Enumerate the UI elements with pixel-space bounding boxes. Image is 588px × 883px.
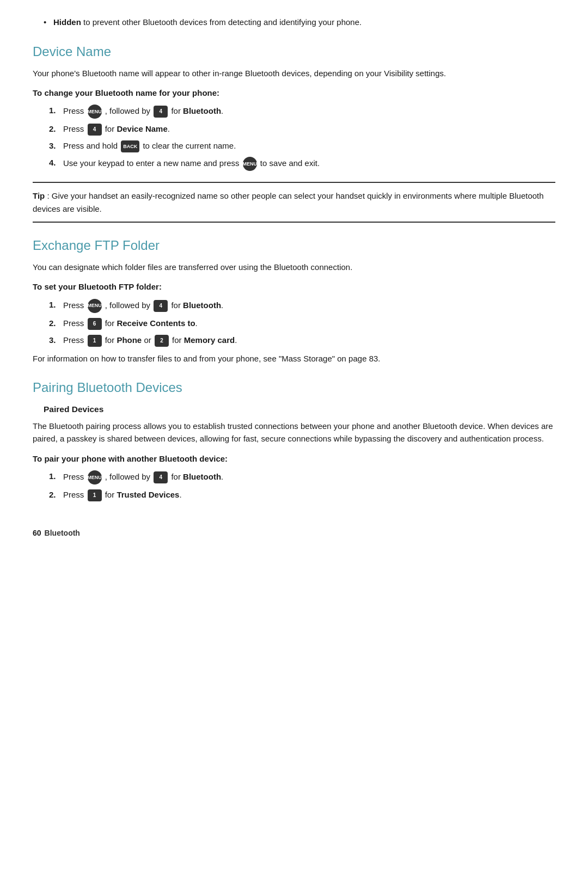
tip-text: Tip : Give your handset an easily-recogn… [33,189,555,215]
device-name-subsection: To change your Bluetooth name for your p… [33,87,555,100]
tip-label: Tip [33,191,45,200]
footer-section: Bluetooth [45,528,80,539]
key-4-icon-3: 4 [154,300,168,312]
ftp-step-3: Press 1 for Phone or 2 for Memory card. [49,334,555,347]
exchange-ftp-body: You can designate which folder files are… [33,261,555,273]
pairing-step-1: Press MENU , followed by 4 for Bluetooth… [49,470,555,485]
step4-text-after: to save and exit. [260,158,320,168]
device-name-body: Your phone's Bluetooth name will appear … [33,67,555,79]
pairing-step1-text-after: for Bluetooth. [171,472,223,481]
intro-section: Hidden to prevent other Bluetooth device… [33,16,555,29]
step1-text-after: for Bluetooth. [171,106,223,115]
step2-text-after: for Device Name. [105,124,170,133]
pairing-step2-text-before: Press [63,490,87,499]
tip-box: Tip : Give your handset an easily-recogn… [33,182,555,223]
paired-devices-subtitle: Paired Devices [44,403,555,415]
device-name-step-1: Press MENU , followed by 4 for Bluetooth… [49,105,555,119]
device-name-step-2: Press 4 for Device Name. [49,123,555,136]
menu-icon-2: MENU [243,157,257,171]
key-4-icon-4: 4 [154,471,168,483]
device-name-step-4: Use your keypad to enter a new name and … [49,157,555,171]
key-1-icon-2: 1 [88,489,102,501]
pairing-subsection2: To pair your phone with another Bluetoot… [33,453,555,465]
step3-text-after: to clear the current name. [143,141,236,150]
ftp-step1-text-mid: , followed by [105,301,153,310]
pairing-body: The Bluetooth pairing process allows you… [33,420,555,445]
pairing-step1-text-before: Press [63,472,87,481]
pairing-steps: Press MENU , followed by 4 for Bluetooth… [49,470,555,501]
device-name-steps: Press MENU , followed by 4 for Bluetooth… [49,105,555,171]
menu-icon-4: MENU [88,470,102,485]
menu-icon-1: MENU [88,105,102,119]
ftp-step-2: Press 6 for Receive Contents to. [49,317,555,330]
ftp-step-1: Press MENU , followed by 4 for Bluetooth… [49,299,555,313]
ftp-step3-text-after: for Memory card. [172,335,237,345]
exchange-ftp-section: Exchange FTP Folder You can designate wh… [33,236,555,365]
step1-text-before: Press [63,106,87,115]
hidden-label: Hidden [53,17,81,27]
page-footer: 60 Bluetooth [33,523,555,539]
tip-content: : Give your handset an easily-recognized… [33,191,544,213]
key-6-icon: 6 [88,318,102,330]
device-name-section: Device Name Your phone's Bluetooth name … [33,42,555,171]
pairing-section: Pairing Bluetooth Devices Paired Devices… [33,378,555,501]
menu-icon-3: MENU [88,299,102,313]
key-4-icon-1: 4 [154,106,168,118]
device-name-title: Device Name [33,42,555,62]
pairing-step-2: Press 1 for Trusted Devices. [49,489,555,501]
key-4-icon-2: 4 [88,124,102,136]
exchange-ftp-subsection: To set your Bluetooth FTP folder: [33,281,555,293]
ftp-step1-text-before: Press [63,301,87,310]
exchange-ftp-steps: Press MENU , followed by 4 for Bluetooth… [49,299,555,347]
step1-text-mid: , followed by [105,106,153,115]
step3-text-before: Press and hold [63,141,120,150]
exchange-ftp-footer: For information on how to transfer files… [33,352,555,365]
page-number: 60 [33,528,41,539]
pairing-step1-text-mid: , followed by [105,472,153,481]
key-2-icon: 2 [155,335,169,347]
hidden-text: to prevent other Bluetooth devices from … [83,17,362,27]
pairing-title: Pairing Bluetooth Devices [33,378,555,397]
pairing-step2-text-after: for Trusted Devices. [105,490,182,499]
ftp-step3-text-mid: for Phone or [105,335,154,345]
ftp-step1-text-after: for Bluetooth. [171,301,223,310]
ftp-step2-text-after: for Receive Contents to. [105,318,198,328]
ftp-step2-text-before: Press [63,318,87,328]
hidden-bullet: Hidden to prevent other Bluetooth device… [44,16,555,29]
back-icon: BACK [121,140,139,152]
ftp-step3-text-before: Press [63,335,87,345]
step2-text-before: Press [63,124,87,133]
step4-text-before: Use your keypad to enter a new name and … [63,158,242,168]
exchange-ftp-title: Exchange FTP Folder [33,236,555,255]
device-name-step-3: Press and hold BACK to clear the current… [49,140,555,152]
key-1-icon-1: 1 [88,335,102,347]
